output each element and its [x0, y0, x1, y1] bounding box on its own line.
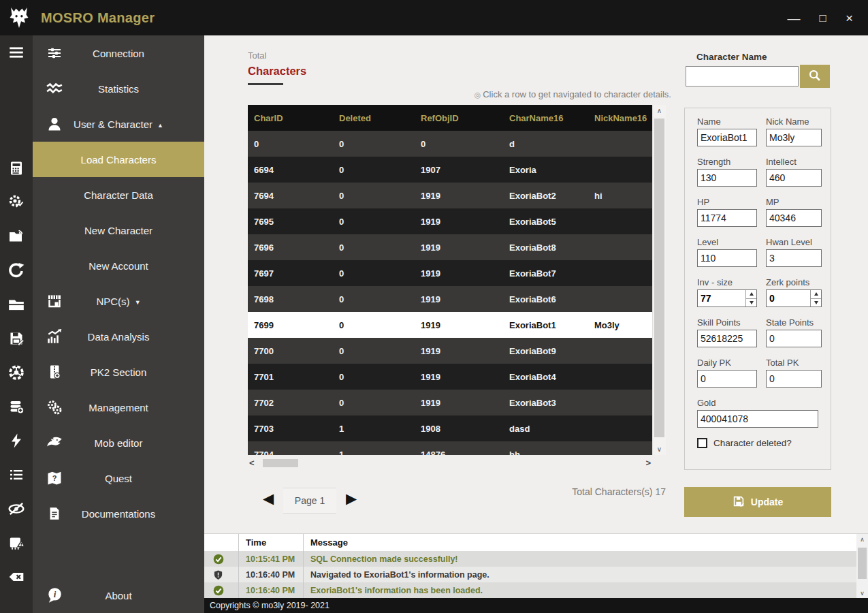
mp-field[interactable] — [766, 209, 822, 227]
close-icon[interactable]: × — [846, 12, 853, 25]
sidebar-item-documentations[interactable]: Documentations — [33, 496, 204, 531]
sidebar-item-pk2-section[interactable]: PK2 Section — [33, 354, 204, 390]
table-row[interactable]: 769701919ExoriaBot7 — [248, 260, 652, 286]
sidebar-item-new-character[interactable]: New Character — [33, 213, 204, 248]
table-row[interactable]: 769401919ExoriaBot2hi — [248, 183, 652, 208]
archive-file-icon — [44, 364, 65, 380]
table-row[interactable]: 770101919ExoriaBot4 — [248, 364, 652, 390]
table-row[interactable]: 769501919ExoriaBot5 — [248, 208, 652, 234]
scroll-left-icon[interactable]: < — [249, 458, 255, 468]
column-header[interactable]: NickName16 — [588, 113, 652, 123]
table-row[interactable]: 7704114876hh — [248, 441, 652, 455]
next-page-button[interactable]: ▶ — [346, 490, 357, 507]
stepper-up-icon[interactable] — [746, 290, 756, 299]
folder-icon[interactable] — [0, 287, 33, 321]
sidebar-item-statistics[interactable]: Statistics — [33, 71, 204, 106]
log-entry[interactable]: 10:15:41 PM SQL Connection made successf… — [204, 551, 856, 567]
gold-field[interactable] — [697, 410, 818, 428]
settings-stats-icon[interactable] — [0, 185, 33, 219]
checkbox-icon[interactable] — [697, 438, 707, 448]
log-entry[interactable]: 10:16:40 PM Navigated to ExoriaBot1's in… — [204, 567, 856, 582]
previous-page-button[interactable]: ◀ — [263, 490, 274, 507]
sidebar-item-load-characters[interactable]: Load Characters — [33, 142, 204, 177]
database-add-icon[interactable] — [0, 390, 33, 424]
title-underline — [248, 83, 283, 85]
tag-remove-icon[interactable] — [0, 560, 33, 594]
person-icon — [44, 116, 65, 132]
info-bubble-icon: i — [44, 586, 65, 604]
table-row[interactable]: 769801919ExoriaBot6 — [248, 286, 652, 312]
sidebar-item-data-analysis[interactable]: Data Analysis — [33, 319, 204, 354]
table-row[interactable]: 770201919ExoriaBot3 — [248, 390, 652, 415]
skill-points-field[interactable] — [697, 330, 757, 347]
eye-off-icon[interactable] — [0, 492, 33, 526]
state-points-field[interactable] — [766, 330, 822, 347]
minimize-icon[interactable]: — — [788, 12, 801, 25]
column-header[interactable]: Deleted — [333, 113, 415, 123]
chip-alert-icon[interactable] — [0, 526, 33, 560]
sidebar-item-connection[interactable]: Connection — [33, 35, 204, 71]
sidebar-item-quest[interactable]: ? Quest — [33, 460, 204, 496]
intellect-field[interactable] — [766, 169, 822, 187]
column-header[interactable]: CharID — [248, 113, 333, 123]
table-vertical-scrollbar[interactable]: ∧ ∨ — [652, 105, 666, 455]
zerk-points-field[interactable] — [767, 290, 810, 306]
sidebar-item-character-data[interactable]: Character Data — [33, 177, 204, 213]
stepper-down-icon[interactable] — [811, 299, 821, 307]
field-label: Total PK — [766, 358, 822, 368]
table-row[interactable]: 669401907Exoria — [248, 157, 652, 183]
sidebar-item-npcs[interactable]: NPC(s)▼ — [33, 283, 204, 319]
scrollbar-thumb[interactable] — [263, 459, 298, 467]
scrollbar-thumb[interactable] — [858, 548, 867, 579]
sidebar-item-management[interactable]: Management — [33, 390, 204, 425]
level-field[interactable] — [697, 249, 757, 267]
sidebar-item-user-character[interactable]: User & Character▲ — [33, 106, 204, 142]
table-row[interactable]: 770311908dasd — [248, 415, 652, 441]
lightning-icon[interactable] — [0, 424, 33, 458]
scroll-up-icon[interactable]: ∧ — [653, 107, 666, 114]
log-entry[interactable]: 10:16:40 PM ExoriaBot1's information has… — [204, 582, 856, 598]
maximize-icon[interactable]: □ — [820, 12, 826, 24]
sidebar-item-new-account[interactable]: New Account — [33, 248, 204, 283]
nickname-field[interactable] — [766, 129, 822, 146]
scroll-down-icon[interactable]: ∨ — [856, 590, 868, 597]
gear-icon[interactable] — [0, 356, 33, 390]
sidebar-item-about[interactable]: i About — [33, 578, 204, 613]
table-row[interactable]: 000d — [248, 131, 652, 157]
log-grid: Time Message 10:15:41 PM SQL Connection … — [204, 534, 856, 598]
inventory-size-field[interactable] — [698, 290, 745, 306]
character-deleted-checkbox-row[interactable]: Character deleted? — [697, 438, 831, 448]
stepper-down-icon[interactable] — [746, 299, 756, 307]
scroll-down-icon[interactable]: ∨ — [653, 445, 666, 453]
calculator-icon[interactable] — [0, 151, 33, 185]
name-field[interactable] — [697, 129, 757, 146]
table-row[interactable]: 769601919ExoriaBot8 — [248, 234, 652, 260]
search-input[interactable] — [686, 66, 799, 87]
table-row[interactable]: 770001919ExoriaBot9 — [248, 338, 652, 364]
column-header[interactable]: RefObjID — [415, 113, 503, 123]
stepper-up-icon[interactable] — [811, 290, 821, 299]
column-header[interactable]: CharName16 — [503, 113, 588, 123]
hp-field[interactable] — [697, 209, 757, 227]
save-edit-icon[interactable] — [0, 321, 33, 356]
refresh-icon[interactable] — [0, 253, 33, 287]
hwan-level-field[interactable] — [766, 249, 822, 267]
scroll-right-icon[interactable]: > — [645, 458, 651, 468]
folder-signal-icon[interactable] — [0, 219, 33, 253]
table-horizontal-scrollbar[interactable]: < > — [248, 458, 652, 469]
daily-pk-field[interactable] — [697, 370, 757, 388]
log-scrollbar[interactable]: ∧ ∨ — [856, 534, 868, 599]
search-button[interactable] — [800, 65, 830, 88]
strength-field[interactable] — [697, 169, 757, 187]
sidebar-item-mob-editor[interactable]: Mob editor — [33, 425, 204, 460]
total-pk-field[interactable] — [766, 370, 822, 388]
scroll-up-icon[interactable]: ∧ — [856, 536, 868, 543]
hamburger-menu-icon[interactable] — [0, 35, 33, 69]
list-icon[interactable] — [0, 458, 33, 492]
field-label: State Points — [766, 317, 822, 328]
update-button[interactable]: Update — [684, 487, 831, 517]
svg-text:?: ? — [52, 474, 57, 482]
character-form: Name Nick Name Strength Intellect HP MP … — [684, 108, 831, 470]
scrollbar-thumb[interactable] — [654, 119, 664, 437]
table-row-selected[interactable]: 769901919ExoriaBot1Mo3ly — [248, 312, 652, 338]
